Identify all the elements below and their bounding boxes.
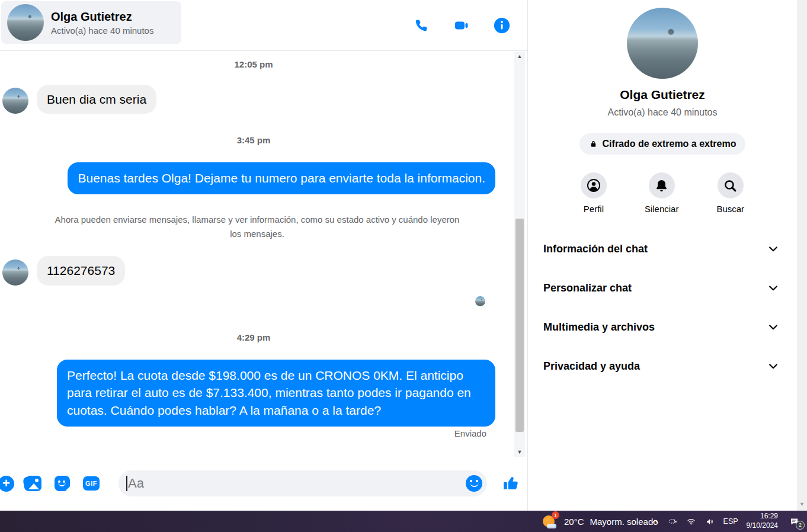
- avatar: [7, 4, 44, 41]
- section-privacy-help[interactable]: Privacidad y ayuda: [528, 347, 797, 386]
- weather-badge: 1: [552, 511, 559, 519]
- temperature: 20°C: [564, 517, 584, 527]
- section-label: Información del chat: [543, 243, 648, 255]
- composer: + GIF: [0, 466, 527, 501]
- thumbs-up-icon[interactable]: [502, 475, 520, 492]
- connect-display-icon[interactable]: [668, 517, 678, 526]
- chevron-down-icon: [767, 360, 779, 372]
- sticker-icon[interactable]: [55, 476, 70, 491]
- profile-button[interactable]: Perfil: [581, 172, 607, 214]
- profile-name: Olga Gutietrez: [528, 88, 797, 102]
- phone-icon[interactable]: [411, 15, 431, 36]
- outgoing-bubble: Perfecto! La cuota desde $198.000 es de …: [57, 360, 495, 427]
- chevron-down-icon: [767, 282, 779, 294]
- sender-avatar: [2, 259, 28, 286]
- outgoing-bubble: Buenas tardes Olga! Dejame tu numero par…: [68, 162, 495, 194]
- profile-avatar[interactable]: [627, 8, 698, 79]
- contact-info-sidebar: Olga Gutietrez Activo(a) hace 40 minutos…: [527, 0, 797, 511]
- sender-avatar: [2, 88, 28, 114]
- encryption-label: Cifrado de extremo a extremo: [603, 139, 736, 149]
- sent-status: Enviado: [0, 428, 514, 438]
- read-receipt-row: [0, 296, 514, 306]
- outgoing-message-row: Perfecto! La cuota desde $198.000 es de …: [0, 360, 514, 427]
- profile-icon: [581, 172, 607, 198]
- gif-icon[interactable]: GIF: [83, 476, 100, 491]
- scroll-up-icon[interactable]: ▲: [514, 52, 525, 61]
- section-label: Personalizar chat: [543, 282, 632, 294]
- bell-icon: [649, 172, 675, 198]
- incoming-bubble: 1126276573: [37, 256, 125, 285]
- conversation-header-card[interactable]: Olga Gutietrez Activo(a) hace 40 minutos: [1, 1, 181, 44]
- emoji-icon[interactable]: [466, 475, 482, 492]
- time: 16:29: [747, 512, 778, 521]
- photos-icon[interactable]: [26, 476, 41, 491]
- mute-button[interactable]: Silenciar: [645, 172, 679, 214]
- sidebar-actions: Perfil Silenciar Buscar: [528, 172, 797, 214]
- chat-header: Olga Gutietrez Activo(a) hace 40 minutos: [0, 0, 527, 51]
- section-customize-chat[interactable]: Personalizar chat: [528, 268, 797, 307]
- lock-icon: [589, 139, 598, 149]
- profile-status: Activo(a) hace 40 minutos: [528, 107, 797, 118]
- action-center-icon[interactable]: 2: [789, 517, 800, 527]
- search-icon: [718, 172, 744, 198]
- weather-icon: 1: [543, 514, 558, 529]
- chevron-up-icon[interactable]: [651, 517, 659, 526]
- weather-widget[interactable]: 1 20°C Mayorm. soleado: [543, 511, 658, 532]
- weather-condition: Mayorm. soleado: [590, 517, 658, 527]
- chevron-down-icon: [767, 243, 779, 255]
- header-actions: [411, 0, 512, 51]
- chat-scrollbar[interactable]: ▲ ▼: [514, 52, 525, 457]
- outgoing-message-row: Buenas tardes Olga! Dejame tu numero par…: [0, 162, 514, 194]
- action-label: Silenciar: [645, 204, 679, 214]
- chat-pane: Olga Gutietrez Activo(a) hace 40 minutos…: [0, 0, 527, 511]
- encryption-pill[interactable]: Cifrado de extremo a extremo: [579, 133, 746, 155]
- read-receipt-avatar: [475, 296, 485, 306]
- scroll-down-icon[interactable]: ▼: [514, 447, 525, 457]
- section-media-files[interactable]: Multimedia y archivos: [528, 307, 797, 347]
- conversation-status: Activo(a) hace 40 minutos: [51, 25, 153, 36]
- windows-taskbar: 1 20°C Mayorm. soleado ESP 16:29 9/10/20…: [0, 511, 807, 532]
- language-indicator[interactable]: ESP: [723, 517, 738, 525]
- action-label: Buscar: [716, 204, 744, 214]
- scroll-down-icon[interactable]: ▼: [797, 501, 807, 507]
- incoming-bubble: Buen dia cm seria: [37, 85, 156, 114]
- timestamp: 4:29 pm: [0, 332, 507, 342]
- video-icon[interactable]: [451, 15, 472, 36]
- scrollbar-thumb[interactable]: [515, 219, 524, 432]
- section-chat-info[interactable]: Información del chat: [528, 229, 797, 268]
- timestamp: 12:05 pm: [0, 59, 507, 69]
- clock[interactable]: 16:29 9/10/2024: [747, 512, 778, 530]
- system-notice: Ahora pueden enviarse mensajes, llamarse…: [50, 213, 465, 241]
- section-label: Privacidad y ayuda: [543, 360, 640, 373]
- text-caret: [126, 476, 127, 491]
- info-icon[interactable]: [492, 15, 512, 36]
- page-scrollbar[interactable]: ▼: [797, 0, 807, 511]
- wifi-icon[interactable]: [686, 517, 696, 526]
- conversation-name: Olga Gutietrez: [51, 9, 153, 24]
- plus-icon[interactable]: +: [0, 476, 14, 492]
- system-tray: ESP 16:29 9/10/2024 2: [651, 511, 800, 532]
- messenger-app: Olga Gutietrez Activo(a) hace 40 minutos…: [0, 0, 807, 532]
- message-input-pill[interactable]: [119, 470, 487, 496]
- incoming-message-row: Buen dia cm seria: [0, 85, 514, 114]
- volume-icon[interactable]: [704, 517, 715, 526]
- notification-badge: 2: [796, 521, 805, 530]
- incoming-message-row: 1126276573: [0, 256, 514, 285]
- action-label: Perfil: [584, 204, 604, 214]
- message-list: 12:05 pm Buen dia cm seria 3:45 pm Buena…: [0, 52, 514, 438]
- timestamp: 3:45 pm: [0, 135, 507, 145]
- search-button[interactable]: Buscar: [716, 172, 744, 214]
- header-texts: Olga Gutietrez Activo(a) hace 40 minutos: [51, 9, 153, 36]
- sidebar-sections: Información del chat Personalizar chat M…: [528, 229, 797, 386]
- date: 9/10/2024: [747, 521, 778, 531]
- section-label: Multimedia y archivos: [543, 321, 655, 334]
- chevron-down-icon: [767, 321, 779, 333]
- message-input[interactable]: [119, 470, 487, 496]
